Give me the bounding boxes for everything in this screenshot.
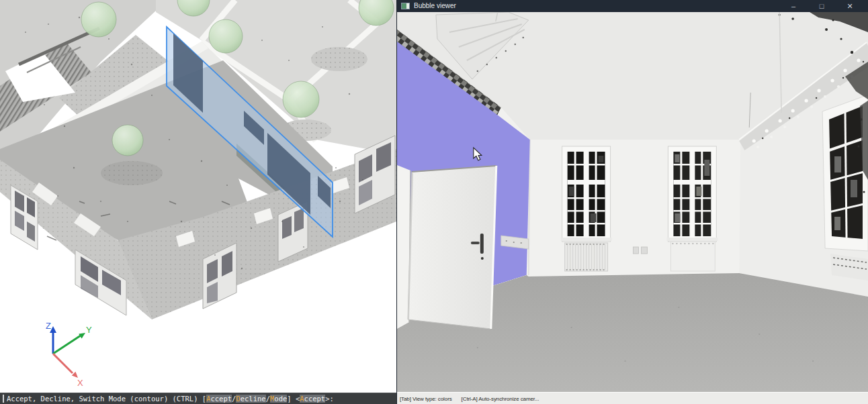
point-cloud-viewport[interactable]: Z Y X Accept, Decline, Switch Mode (cont… (0, 0, 396, 404)
view-type-hint: [Tab] View type: colors (400, 396, 452, 402)
command-default-prefix: ] < (287, 395, 300, 403)
command-option-label: ecline (241, 395, 266, 403)
bubble-viewer-titlebar[interactable]: Bubble viewer – □ ✕ (397, 0, 868, 12)
minimize-button[interactable]: – (779, 0, 808, 12)
maximize-button[interactable]: □ (808, 0, 836, 12)
command-default-label: ccept (304, 395, 326, 403)
radiator (670, 242, 715, 271)
scan-sphere[interactable] (283, 81, 319, 117)
scan-sphere[interactable] (112, 125, 143, 156)
application-window: Z Y X Accept, Decline, Switch Mode (cont… (0, 0, 868, 404)
point-cloud-3d-scene[interactable]: Z Y X (0, 0, 396, 393)
close-button[interactable]: ✕ (836, 0, 864, 12)
bubble-viewer-window: Bubble viewer – □ ✕ (396, 0, 868, 404)
door[interactable] (408, 166, 496, 329)
command-line[interactable]: Accept, Decline, Switch Mode (contour) (… (0, 393, 396, 404)
command-option-label: ccept (210, 395, 232, 403)
door-handle[interactable] (480, 234, 484, 254)
window-title: Bubble viewer (414, 0, 456, 12)
bubble-panorama-view[interactable] (397, 12, 868, 392)
command-suffix: >: (325, 395, 334, 403)
scan-sphere[interactable] (81, 2, 116, 37)
z-axis-label: Z (46, 321, 51, 331)
window-back-left (561, 146, 612, 271)
command-caret (3, 395, 4, 403)
auto-sync-hint: [Ctrl-A] Auto-synchronize camer... (462, 396, 539, 402)
bubble-viewer-statusbar: [Tab] View type: colors [Ctrl-A] Auto-sy… (397, 392, 868, 404)
radiator (565, 243, 608, 271)
bubble-viewer-icon (401, 3, 410, 9)
command-prompt-prefix: Accept, Decline, Switch Mode (contour) (… (7, 395, 206, 403)
y-axis-label: Y (86, 325, 92, 335)
command-option-label: ode (274, 395, 287, 403)
scan-sphere[interactable] (209, 19, 243, 53)
window-back-right (666, 146, 718, 271)
x-axis-label: X (77, 378, 83, 388)
